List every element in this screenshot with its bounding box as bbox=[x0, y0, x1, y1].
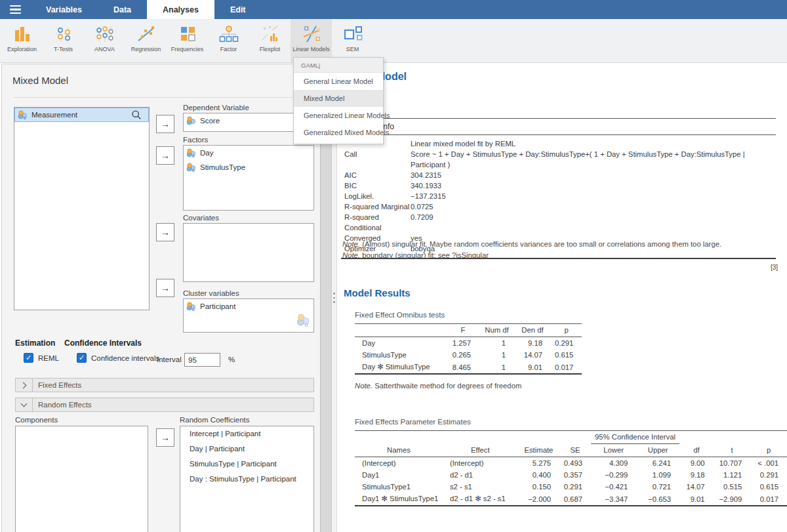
tab-analyses[interactable]: Analyses bbox=[147, 0, 214, 19]
ribbon-item-frequencies[interactable]: Frequencies bbox=[167, 19, 208, 62]
model-results-title: Model Results bbox=[344, 287, 411, 298]
search-icon[interactable] bbox=[131, 110, 142, 120]
regression-icon bbox=[136, 24, 157, 44]
continuous-variable-icon bbox=[186, 116, 196, 126]
ribbon-item-flexplot[interactable]: Flexplot bbox=[249, 19, 291, 62]
percent-label: % bbox=[228, 356, 235, 363]
menu-item-generalized-linear-models[interactable]: Generalized Linear Models bbox=[294, 107, 383, 124]
analyses-ribbon: ExplorationT-TestsANOVARegressionFrequen… bbox=[0, 19, 787, 63]
sem-icon bbox=[342, 24, 363, 44]
confidence-intervals-checkbox-label[interactable]: Confidence intervals bbox=[91, 354, 159, 362]
estimation-label: Estimation bbox=[15, 338, 55, 348]
analysis-title: Mixed Model bbox=[12, 75, 68, 86]
omnibus-table: FNum dfDen dfp Day1.25719.180.291Stimulu… bbox=[355, 323, 582, 375]
omnibus-row: Day ✻ StimulusType8.46519.010.017 bbox=[355, 361, 582, 374]
random-coefficient-item[interactable]: Day | Participant bbox=[180, 441, 313, 457]
model-info-row: LogLikel.−137.2315 bbox=[341, 191, 776, 201]
hamburger-menu-icon[interactable] bbox=[0, 0, 30, 19]
title-bar: Variables Data Analyses Edit bbox=[0, 0, 787, 19]
model-info-row: CallScore ~ 1 + Day + StimulusType + Day… bbox=[341, 149, 776, 170]
assign-random-coefficients-button[interactable]: → bbox=[156, 428, 174, 447]
model-info-title: Model Info bbox=[341, 119, 776, 135]
variable-item-stimulustype[interactable]: aStimulusType bbox=[184, 160, 313, 174]
confidence-intervals-checkbox[interactable] bbox=[77, 353, 87, 363]
omnibus-row: StimulusType0.265114.070.615 bbox=[355, 349, 582, 361]
omnibus-table-title: Fixed Effect Omnibus tests bbox=[355, 311, 582, 319]
random-effects-section-header[interactable]: Random Effects bbox=[15, 398, 314, 412]
random-coefficients-box[interactable]: Intercept | ParticipantDay | Participant… bbox=[180, 426, 314, 532]
ribbon-item-label: SEM bbox=[346, 46, 359, 52]
variable-item-measurement[interactable]: aMeasurement bbox=[14, 108, 149, 122]
svg-text:a: a bbox=[24, 115, 26, 120]
cluster-variables-box[interactable]: a aParticipant bbox=[183, 298, 314, 333]
svg-text:a: a bbox=[192, 306, 195, 312]
variable-name: Score bbox=[200, 117, 220, 125]
dependent-variable-label: Dependent Variable bbox=[183, 104, 249, 112]
frequencies-icon bbox=[177, 24, 198, 44]
assign-factors-button[interactable]: → bbox=[156, 146, 174, 165]
ribbon-item-regression[interactable]: Regression bbox=[125, 19, 167, 62]
menu-item-generalized-mixed-models[interactable]: Generalized Mixed Models bbox=[294, 124, 383, 141]
menu-group-gamlj: GAMLj bbox=[294, 58, 383, 73]
ribbon-item-factor[interactable]: Factor bbox=[208, 19, 249, 62]
ribbon-item-t-tests[interactable]: T-Tests bbox=[43, 19, 84, 62]
note-text: Note. (Almost) singular fit. Maybe rando… bbox=[342, 239, 780, 250]
factors-label: Factors bbox=[183, 136, 208, 144]
ribbon-item-label: Flexplot bbox=[260, 46, 281, 52]
variable-item-participant[interactable]: aParticipant bbox=[184, 299, 313, 314]
variable-name: StimulusType bbox=[200, 163, 245, 171]
estimates-table-title: Fixed Effects Parameter Estimates bbox=[355, 418, 787, 426]
random-coefficient-item[interactable]: StimulusType | Participant bbox=[180, 457, 313, 472]
ribbon-item-anova[interactable]: ANOVA bbox=[84, 19, 125, 62]
reference-marker: [3] bbox=[771, 264, 778, 271]
estimates-table: 95% Confidence Interval NamesEffectEstim… bbox=[355, 430, 787, 506]
chevron-down-icon[interactable] bbox=[16, 398, 33, 411]
estimates-row: (Intercept)(Intercept)5.2750.4934.3096.2… bbox=[355, 457, 787, 470]
model-info-table: Model Info Linear mixed model fit by REM… bbox=[341, 118, 776, 259]
menu-item-mixed-model[interactable]: Mixed Model bbox=[294, 90, 383, 107]
random-coefficient-item[interactable]: Intercept | Participant bbox=[180, 426, 313, 441]
available-variables-list[interactable]: aMeasurement bbox=[14, 107, 150, 310]
variable-item-day[interactable]: aDay bbox=[184, 146, 313, 160]
fixed-effects-section-header[interactable]: Fixed Effects bbox=[15, 378, 314, 392]
components-box[interactable] bbox=[15, 426, 148, 532]
factor-icon bbox=[218, 24, 239, 44]
ribbon-item-linear-models[interactable]: Linear Models bbox=[291, 19, 332, 62]
nominal-variable-icon: a bbox=[186, 163, 196, 173]
covariates-box[interactable] bbox=[183, 223, 314, 282]
variable-name: Participant bbox=[200, 302, 235, 310]
factors-box[interactable]: aDayaStimulusType bbox=[183, 145, 314, 211]
model-info-row: R-squared Marginal0.0725 bbox=[341, 201, 776, 212]
random-coefficients-label: Random Coefficients bbox=[180, 416, 250, 424]
tab-edit[interactable]: Edit bbox=[214, 0, 262, 19]
ribbon-item-exploration[interactable]: Exploration bbox=[1, 19, 43, 62]
tab-variables[interactable]: Variables bbox=[30, 0, 98, 19]
svg-text:a: a bbox=[305, 321, 308, 327]
model-info-notes: Note. (Almost) singular fit. Maybe rando… bbox=[342, 239, 780, 260]
estimates-row: StimulusType1s2 - s10.1500.291−0.4210.72… bbox=[355, 481, 787, 493]
assign-covariates-button[interactable]: → bbox=[156, 223, 174, 241]
model-info-row: BIC340.1933 bbox=[341, 180, 776, 191]
menu-item-general-linear-model[interactable]: General Linear Model bbox=[294, 73, 383, 90]
ribbon-item-label: T-Tests bbox=[54, 46, 73, 52]
reml-checkbox-label[interactable]: REML bbox=[38, 354, 59, 362]
cluster-variables-label: Cluster variables bbox=[183, 289, 239, 297]
interval-input[interactable] bbox=[184, 353, 220, 367]
tab-data[interactable]: Data bbox=[98, 0, 147, 19]
assign-dependent-button[interactable]: → bbox=[156, 115, 174, 133]
reml-checkbox[interactable] bbox=[24, 353, 33, 363]
random-coefficient-item[interactable]: Day : StimulusType | Participant bbox=[180, 472, 313, 487]
assign-cluster-button[interactable]: → bbox=[156, 279, 174, 297]
estimates-row: Day1 ✻ StimulusType1d2 - d1 ✻ s2 - s1−2.… bbox=[355, 493, 787, 506]
ribbon-item-label: Exploration bbox=[7, 46, 37, 52]
exploration-icon bbox=[12, 24, 33, 44]
flexplot-icon bbox=[260, 24, 281, 44]
omnibus-tests-section: Fixed Effect Omnibus tests FNum dfDen df… bbox=[355, 311, 582, 392]
estimates-row: Day1d2 - d10.4000.357−0.2991.0999.181.12… bbox=[355, 469, 787, 481]
t-tests-icon bbox=[53, 24, 74, 44]
nominal-variable-icon: a bbox=[186, 148, 196, 158]
chevron-right-icon[interactable] bbox=[16, 379, 33, 392]
linear-models-menu: GAMLj General Linear ModelMixed ModelGen… bbox=[293, 57, 384, 144]
omnibus-row: Day1.25719.180.291 bbox=[355, 337, 582, 350]
ribbon-item-sem[interactable]: SEM bbox=[332, 19, 373, 62]
